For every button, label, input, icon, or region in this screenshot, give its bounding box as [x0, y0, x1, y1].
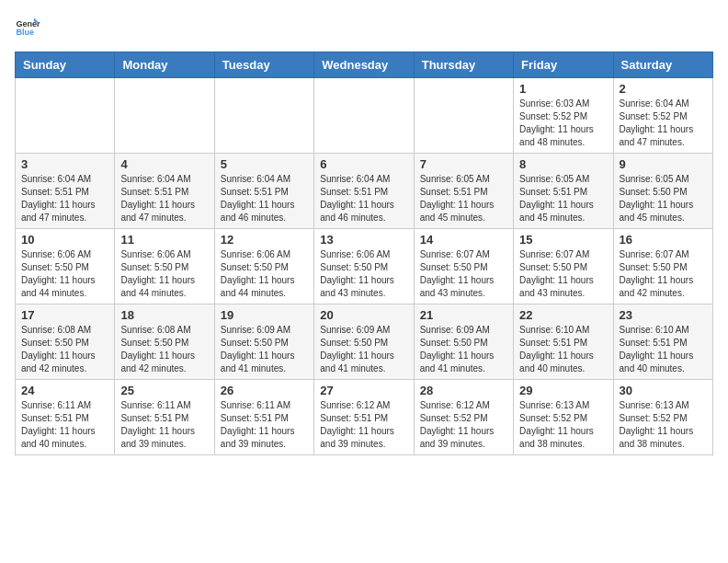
day-number: 6	[320, 157, 407, 171]
day-info: Sunrise: 6:07 AM Sunset: 5:50 PM Dayligh…	[420, 248, 507, 300]
day-info: Sunrise: 6:04 AM Sunset: 5:51 PM Dayligh…	[320, 173, 407, 224]
day-number: 13	[320, 233, 407, 247]
day-info: Sunrise: 6:09 AM Sunset: 5:50 PM Dayligh…	[320, 324, 407, 375]
day-info: Sunrise: 6:04 AM Sunset: 5:52 PM Dayligh…	[620, 98, 707, 149]
day-number: 5	[221, 157, 308, 171]
calendar-cell	[314, 78, 414, 154]
day-number: 3	[21, 157, 108, 171]
day-number: 25	[120, 384, 208, 397]
day-info: Sunrise: 6:10 AM Sunset: 5:51 PM Dayligh…	[620, 324, 707, 375]
day-number: 12	[221, 233, 308, 247]
day-info: Sunrise: 6:05 AM Sunset: 5:51 PM Dayligh…	[420, 173, 507, 224]
day-info: Sunrise: 6:12 AM Sunset: 5:51 PM Dayligh…	[320, 399, 407, 451]
calendar-cell: 13Sunrise: 6:06 AM Sunset: 5:50 PM Dayli…	[314, 229, 414, 304]
calendar-cell: 26Sunrise: 6:11 AM Sunset: 5:51 PM Dayli…	[214, 380, 313, 455]
weekday-header-sunday: Sunday	[16, 52, 115, 78]
calendar-week-2: 3Sunrise: 6:04 AM Sunset: 5:51 PM Daylig…	[16, 154, 713, 229]
day-info: Sunrise: 6:07 AM Sunset: 5:50 PM Dayligh…	[620, 248, 707, 300]
day-info: Sunrise: 6:13 AM Sunset: 5:52 PM Dayligh…	[620, 399, 707, 451]
day-number: 21	[420, 308, 507, 322]
weekday-header-saturday: Saturday	[613, 52, 712, 78]
calendar-cell	[16, 78, 115, 154]
calendar-cell: 24Sunrise: 6:11 AM Sunset: 5:51 PM Dayli…	[16, 380, 115, 455]
day-info: Sunrise: 6:06 AM Sunset: 5:50 PM Dayligh…	[120, 248, 208, 300]
calendar-table: SundayMondayTuesdayWednesdayThursdayFrid…	[15, 52, 713, 455]
calendar-cell: 16Sunrise: 6:07 AM Sunset: 5:50 PM Dayli…	[613, 229, 712, 304]
calendar-cell: 20Sunrise: 6:09 AM Sunset: 5:50 PM Dayli…	[314, 304, 414, 380]
calendar-week-1: 1Sunrise: 6:03 AM Sunset: 5:52 PM Daylig…	[16, 78, 713, 154]
day-info: Sunrise: 6:06 AM Sunset: 5:50 PM Dayligh…	[320, 248, 407, 300]
calendar-cell	[115, 78, 214, 154]
day-number: 8	[519, 157, 607, 171]
day-number: 7	[420, 157, 507, 171]
calendar-cell: 12Sunrise: 6:06 AM Sunset: 5:50 PM Dayli…	[214, 229, 313, 304]
calendar-cell: 6Sunrise: 6:04 AM Sunset: 5:51 PM Daylig…	[314, 154, 414, 229]
day-number: 2	[620, 82, 707, 96]
day-number: 16	[620, 233, 707, 247]
day-number: 4	[120, 157, 208, 171]
calendar-cell: 4Sunrise: 6:04 AM Sunset: 5:51 PM Daylig…	[115, 154, 214, 229]
day-number: 24	[21, 384, 108, 397]
calendar-cell: 10Sunrise: 6:06 AM Sunset: 5:50 PM Dayli…	[16, 229, 115, 304]
calendar-cell: 15Sunrise: 6:07 AM Sunset: 5:50 PM Dayli…	[514, 229, 613, 304]
day-number: 17	[21, 308, 108, 322]
calendar-header-row: SundayMondayTuesdayWednesdayThursdayFrid…	[16, 52, 713, 78]
calendar-cell: 29Sunrise: 6:13 AM Sunset: 5:52 PM Dayli…	[514, 380, 613, 455]
calendar-cell	[414, 78, 513, 154]
day-info: Sunrise: 6:10 AM Sunset: 5:51 PM Dayligh…	[519, 324, 607, 375]
day-number: 14	[420, 233, 507, 247]
day-info: Sunrise: 6:11 AM Sunset: 5:51 PM Dayligh…	[221, 399, 308, 451]
weekday-header-thursday: Thursday	[414, 52, 513, 78]
day-number: 19	[221, 308, 308, 322]
day-info: Sunrise: 6:11 AM Sunset: 5:51 PM Dayligh…	[21, 399, 108, 451]
day-number: 29	[519, 384, 607, 397]
day-number: 15	[519, 233, 607, 247]
calendar-cell: 9Sunrise: 6:05 AM Sunset: 5:50 PM Daylig…	[613, 154, 712, 229]
calendar-cell: 1Sunrise: 6:03 AM Sunset: 5:52 PM Daylig…	[514, 78, 613, 154]
day-number: 28	[420, 384, 507, 397]
day-info: Sunrise: 6:04 AM Sunset: 5:51 PM Dayligh…	[221, 173, 308, 224]
day-info: Sunrise: 6:12 AM Sunset: 5:52 PM Dayligh…	[420, 399, 507, 451]
day-number: 11	[120, 233, 208, 247]
day-number: 10	[21, 233, 108, 247]
day-number: 22	[519, 308, 607, 322]
day-info: Sunrise: 6:09 AM Sunset: 5:50 PM Dayligh…	[221, 324, 308, 375]
calendar-cell: 21Sunrise: 6:09 AM Sunset: 5:50 PM Dayli…	[414, 304, 513, 380]
day-info: Sunrise: 6:04 AM Sunset: 5:51 PM Dayligh…	[120, 173, 208, 224]
day-info: Sunrise: 6:04 AM Sunset: 5:51 PM Dayligh…	[21, 173, 108, 224]
day-number: 18	[120, 308, 208, 322]
svg-text:Blue: Blue	[16, 28, 34, 37]
day-number: 20	[320, 308, 407, 322]
calendar-cell: 22Sunrise: 6:10 AM Sunset: 5:51 PM Dayli…	[514, 304, 613, 380]
calendar-cell: 17Sunrise: 6:08 AM Sunset: 5:50 PM Dayli…	[16, 304, 115, 380]
calendar-cell: 28Sunrise: 6:12 AM Sunset: 5:52 PM Dayli…	[414, 380, 513, 455]
day-info: Sunrise: 6:06 AM Sunset: 5:50 PM Dayligh…	[221, 248, 308, 300]
day-info: Sunrise: 6:08 AM Sunset: 5:50 PM Dayligh…	[120, 324, 208, 375]
day-info: Sunrise: 6:13 AM Sunset: 5:52 PM Dayligh…	[519, 399, 607, 451]
logo: General Blue	[15, 15, 40, 40]
calendar-cell: 19Sunrise: 6:09 AM Sunset: 5:50 PM Dayli…	[214, 304, 313, 380]
calendar-week-3: 10Sunrise: 6:06 AM Sunset: 5:50 PM Dayli…	[16, 229, 713, 304]
day-number: 26	[221, 384, 308, 397]
calendar-cell: 14Sunrise: 6:07 AM Sunset: 5:50 PM Dayli…	[414, 229, 513, 304]
weekday-header-wednesday: Wednesday	[314, 52, 414, 78]
weekday-header-tuesday: Tuesday	[214, 52, 313, 78]
calendar-cell: 30Sunrise: 6:13 AM Sunset: 5:52 PM Dayli…	[613, 380, 712, 455]
calendar-cell: 27Sunrise: 6:12 AM Sunset: 5:51 PM Dayli…	[314, 380, 414, 455]
day-info: Sunrise: 6:07 AM Sunset: 5:50 PM Dayligh…	[519, 248, 607, 300]
day-info: Sunrise: 6:11 AM Sunset: 5:51 PM Dayligh…	[120, 399, 208, 451]
day-info: Sunrise: 6:08 AM Sunset: 5:50 PM Dayligh…	[21, 324, 108, 375]
calendar-week-5: 24Sunrise: 6:11 AM Sunset: 5:51 PM Dayli…	[16, 380, 713, 455]
calendar-cell: 25Sunrise: 6:11 AM Sunset: 5:51 PM Dayli…	[115, 380, 214, 455]
day-number: 1	[519, 82, 607, 96]
logo-icon: General Blue	[15, 15, 40, 40]
day-number: 30	[620, 384, 707, 397]
day-info: Sunrise: 6:06 AM Sunset: 5:50 PM Dayligh…	[21, 248, 108, 300]
weekday-header-monday: Monday	[115, 52, 214, 78]
calendar-week-4: 17Sunrise: 6:08 AM Sunset: 5:50 PM Dayli…	[16, 304, 713, 380]
calendar-cell: 7Sunrise: 6:05 AM Sunset: 5:51 PM Daylig…	[414, 154, 513, 229]
day-number: 9	[620, 157, 707, 171]
calendar-cell: 5Sunrise: 6:04 AM Sunset: 5:51 PM Daylig…	[214, 154, 313, 229]
calendar-cell: 8Sunrise: 6:05 AM Sunset: 5:51 PM Daylig…	[514, 154, 613, 229]
calendar-cell: 3Sunrise: 6:04 AM Sunset: 5:51 PM Daylig…	[16, 154, 115, 229]
